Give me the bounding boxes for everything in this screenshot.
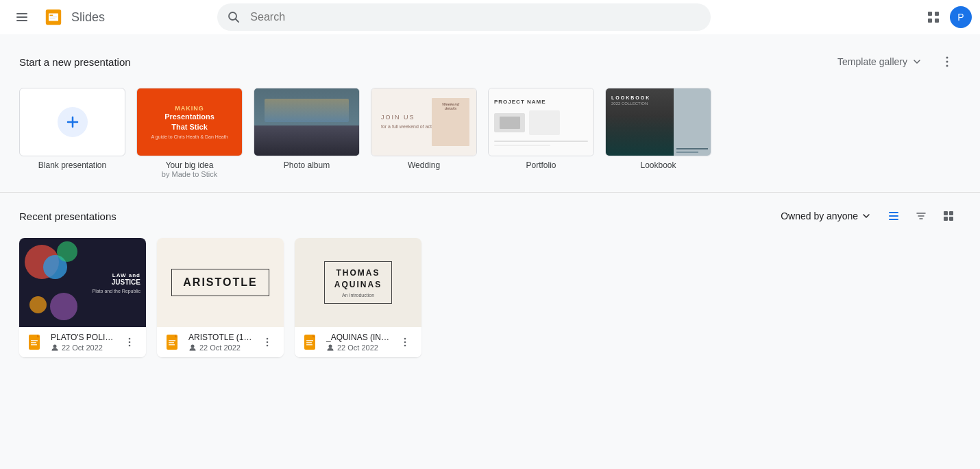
start-section-title: Start a new presentation — [19, 56, 131, 68]
template-lookbook-thumb: LOOKBOOK 2022 COLLECTION — [605, 88, 711, 156]
svg-rect-11 — [935, 12, 939, 16]
search-icon — [227, 10, 241, 24]
template-big-idea[interactable]: MAKING PresentationsThat Stick A guide t… — [136, 88, 243, 178]
recent-card-footer-aquinas: _AQUINAS (INTRO) (1).pp... 22 Oct 2022 — [295, 327, 421, 357]
recent-thumb-plato: LAW and JUSTICE Plato and the Republic — [19, 238, 146, 327]
card-more-button-plato[interactable] — [120, 333, 139, 352]
recent-card-aquinas[interactable]: THOMASAQUINAS An Introduction — [295, 238, 421, 357]
template-gallery-button[interactable]: Template gallery — [829, 52, 931, 71]
more-vert-icon-aristotle — [262, 337, 273, 348]
svg-rect-12 — [928, 19, 932, 23]
more-options-button[interactable] — [933, 48, 961, 75]
card-info-plato: PLATO'S POLITICAL PHIL... 22 Oct 2022 — [51, 333, 114, 352]
list-view-icon — [887, 210, 900, 222]
svg-rect-26 — [949, 217, 953, 221]
more-vert-icon-plato — [124, 337, 135, 348]
template-wedding-label: Wedding — [371, 160, 477, 170]
chevron-down-icon — [911, 56, 922, 67]
svg-line-9 — [236, 19, 239, 23]
owned-by-button[interactable]: Owned by anyone — [774, 206, 879, 226]
svg-rect-23 — [944, 211, 948, 215]
recent-thumb-aristotle: ARISTOTLE — [157, 238, 284, 327]
template-blank-thumb — [19, 88, 125, 156]
avatar[interactable]: P — [950, 6, 972, 28]
search-bar — [217, 3, 711, 31]
svg-rect-38 — [169, 344, 175, 346]
card-date-plato: 22 Oct 2022 — [62, 344, 103, 352]
svg-point-47 — [329, 345, 332, 348]
template-photo-album-label: Photo album — [254, 160, 360, 170]
svg-point-32 — [129, 338, 131, 340]
svg-rect-46 — [306, 344, 313, 346]
svg-point-50 — [404, 345, 406, 347]
template-wedding[interactable]: JOIN US for a full weekend of activities… — [371, 88, 477, 178]
template-photo-album[interactable]: Photo album — [254, 88, 360, 178]
person-icon — [51, 344, 59, 352]
svg-point-34 — [129, 345, 131, 347]
svg-rect-24 — [949, 211, 953, 215]
sort-button[interactable] — [909, 204, 933, 228]
grid-view-icon — [942, 210, 955, 222]
template-big-idea-thumb: MAKING PresentationsThat Stick A guide t… — [136, 88, 243, 156]
template-lookbook-label: Lookbook — [605, 160, 711, 170]
template-lookbook[interactable]: LOOKBOOK 2022 COLLECTION Lookbook — [605, 88, 711, 178]
owned-by-label: Owned by anyone — [781, 211, 858, 221]
template-strip: Blank presentation MAKING PresentationsT… — [0, 82, 980, 192]
template-blank-label: Blank presentation — [19, 160, 125, 170]
recent-card-aristotle[interactable]: ARISTOTLE ARISTOTLE (1).pptx — [157, 238, 284, 357]
card-meta-aristotle: 22 Oct 2022 — [188, 344, 252, 352]
svg-point-31 — [53, 345, 57, 348]
svg-rect-28 — [31, 340, 38, 341]
template-gallery-label: Template gallery — [837, 56, 907, 67]
svg-point-40 — [267, 338, 269, 340]
main-content: Start a new presentation Template galler… — [0, 34, 980, 469]
card-more-button-aquinas[interactable] — [395, 333, 415, 352]
list-view-button[interactable] — [881, 204, 906, 228]
top-navigation: Slides P — [0, 0, 980, 34]
template-big-idea-sublabel: by Made to Stick — [136, 170, 243, 178]
card-name-plato: PLATO'S POLITICAL PHIL... — [51, 333, 114, 342]
svg-rect-6 — [49, 16, 57, 17]
card-more-button-aristotle[interactable] — [258, 333, 277, 352]
svg-point-39 — [191, 345, 195, 348]
template-blank[interactable]: Blank presentation — [19, 88, 125, 178]
card-info-aquinas: _AQUINAS (INTRO) (1).pp... 22 Oct 2022 — [326, 333, 390, 352]
svg-rect-1 — [16, 16, 27, 18]
more-vert-icon-aquinas — [400, 337, 411, 348]
recent-cards-list: LAW and JUSTICE Plato and the Republic — [0, 235, 980, 371]
file-icon-aristotle — [164, 333, 183, 352]
apps-button[interactable] — [920, 3, 947, 31]
template-photo-album-thumb — [254, 88, 360, 156]
svg-rect-5 — [49, 15, 53, 16]
card-name-aquinas: _AQUINAS (INTRO) (1).pp... — [326, 333, 390, 342]
recent-section-header: Recent presentations Owned by anyone — [0, 193, 980, 235]
recent-card-footer-aristotle: ARISTOTLE (1).pptx 22 Oct 2022 — [157, 327, 284, 357]
search-input[interactable] — [217, 3, 711, 31]
template-portfolio[interactable]: Project name Portfolio — [488, 88, 594, 178]
svg-rect-44 — [306, 340, 313, 341]
main-menu-button[interactable] — [8, 3, 36, 31]
card-meta-plato: 22 Oct 2022 — [51, 344, 114, 352]
template-portfolio-thumb: Project name — [488, 88, 594, 156]
svg-rect-2 — [16, 20, 27, 21]
grid-view-button[interactable] — [936, 204, 961, 228]
svg-rect-25 — [944, 217, 948, 221]
recent-card-footer-plato: PLATO'S POLITICAL PHIL... 22 Oct 2022 — [19, 327, 146, 357]
svg-rect-7 — [49, 18, 55, 19]
svg-point-33 — [129, 341, 131, 344]
sort-icon — [915, 210, 927, 222]
svg-rect-29 — [31, 342, 36, 344]
recent-card-plato[interactable]: LAW and JUSTICE Plato and the Republic — [19, 238, 146, 357]
start-section-header: Start a new presentation Template galler… — [0, 34, 980, 82]
card-date-aquinas: 22 Oct 2022 — [337, 344, 378, 352]
svg-point-14 — [946, 57, 948, 59]
svg-point-41 — [267, 341, 269, 344]
app-logo — [41, 5, 66, 29]
card-meta-aquinas: 22 Oct 2022 — [326, 344, 390, 352]
svg-rect-13 — [935, 19, 939, 23]
app-title: Slides — [71, 10, 105, 25]
svg-rect-21 — [889, 215, 898, 217]
template-portfolio-label: Portfolio — [488, 160, 594, 170]
svg-rect-45 — [306, 342, 312, 344]
svg-rect-30 — [31, 344, 37, 346]
